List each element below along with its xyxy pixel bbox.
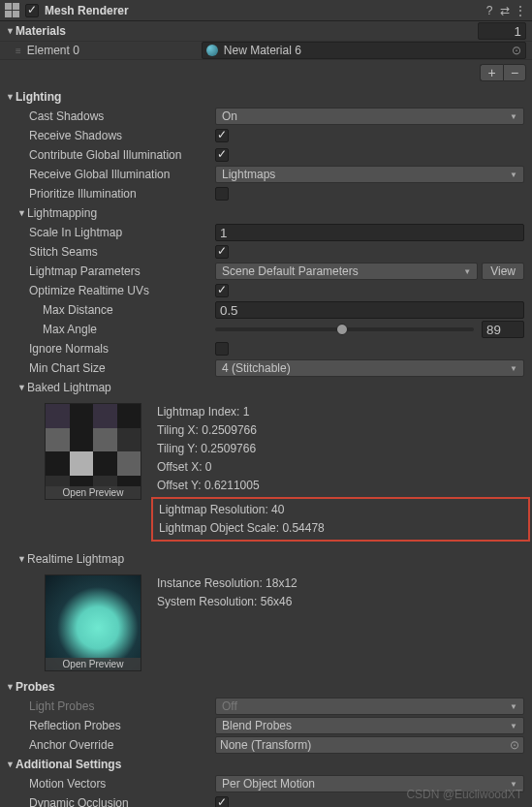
offset-y-text: Offset Y: 0.6211005 (157, 477, 524, 495)
system-resolution-text: System Resolution: 56x46 (157, 593, 524, 611)
stitch-seams-checkbox[interactable] (215, 245, 229, 259)
min-chart-row: Min Chart Size 4 (Stitchable)▼ (0, 358, 532, 378)
baked-lightmap-foldout[interactable]: ▼ Baked Lightmap (0, 378, 532, 397)
probes-label: Probes (16, 680, 55, 694)
material-object-field[interactable]: New Material 6 ⊙ (202, 42, 526, 59)
open-preview-button[interactable]: Open Preview (46, 658, 141, 670)
instance-resolution-text: Instance Resolution: 18x12 (157, 574, 524, 593)
additional-settings-foldout[interactable]: ▼ Additional Settings (0, 755, 532, 774)
prioritize-illum-row: Prioritize Illumination (0, 184, 532, 203)
optimize-uvs-row: Optimize Realtime UVs (0, 281, 532, 300)
chevron-down-icon: ▼ (6, 760, 16, 769)
lightmap-object-scale-text: Lightmap Object Scale: 0.54478 (159, 519, 522, 538)
anchor-override-field[interactable]: None (Transform)⊙ (215, 736, 524, 754)
chevron-down-icon: ▼ (6, 92, 16, 102)
object-picker-icon[interactable]: ⊙ (510, 738, 519, 752)
component-header: Mesh Renderer ? ⇄ ⋮ (0, 0, 532, 21)
materials-list-buttons: + − (0, 60, 532, 87)
baked-lightmap-info: Lightmap Index: 1 Tiling X: 0.2509766 Ti… (157, 403, 524, 543)
probes-foldout[interactable]: ▼ Probes (0, 677, 532, 697)
mesh-renderer-icon (4, 3, 19, 18)
view-params-button[interactable]: View (482, 263, 524, 280)
help-icon[interactable]: ? (482, 4, 497, 17)
optimize-uvs-checkbox[interactable] (215, 284, 229, 297)
baked-lightmap-block: Open Preview Lightmap Index: 1 Tiling X:… (0, 397, 532, 549)
offset-x-text: Offset X: 0 (157, 458, 524, 477)
lightmap-index-text: Lightmap Index: 1 (157, 403, 524, 421)
chevron-down-icon: ▼ (510, 702, 517, 711)
materials-size-field[interactable] (478, 22, 526, 40)
contribute-gi-checkbox[interactable] (215, 148, 229, 162)
chevron-down-icon: ▼ (6, 682, 16, 692)
chevron-down-icon: ▼ (17, 554, 27, 564)
additional-settings-label: Additional Settings (16, 758, 121, 771)
chevron-down-icon: ▼ (6, 26, 16, 36)
material-name: New Material 6 (224, 44, 512, 57)
chevron-down-icon: ▼ (17, 383, 27, 392)
open-preview-button[interactable]: Open Preview (46, 486, 141, 499)
realtime-lightmap-thumbnail[interactable]: Open Preview (45, 574, 141, 671)
material-element-row: ≡ Element 0 New Material 6 ⊙ (0, 41, 532, 60)
ignore-normals-row: Ignore Normals (0, 339, 532, 358)
chevron-down-icon: ▼ (510, 112, 517, 121)
max-distance-row: Max Distance (0, 300, 532, 320)
chevron-down-icon: ▼ (510, 364, 517, 373)
materials-label: Materials (16, 24, 478, 38)
scale-lightmap-row: Scale In Lightmap (0, 223, 532, 242)
ignore-normals-checkbox[interactable] (215, 342, 229, 356)
chevron-down-icon: ▼ (17, 208, 27, 218)
lightmap-params-dropdown[interactable]: Scene Default Parameters▼ (215, 263, 478, 280)
chevron-down-icon: ▼ (463, 267, 471, 276)
dynamic-occlusion-checkbox[interactable] (215, 796, 229, 807)
receive-shadows-checkbox[interactable] (215, 129, 229, 142)
receive-shadows-row: Receive Shadows (0, 126, 532, 145)
baked-lightmap-label: Baked Lightmap (27, 381, 111, 394)
reflection-probes-row: Reflection Probes Blend Probes▼ (0, 716, 532, 735)
light-probes-dropdown[interactable]: Off▼ (215, 698, 524, 715)
chevron-down-icon: ▼ (510, 171, 517, 179)
scale-lightmap-field[interactable] (215, 224, 524, 241)
menu-icon[interactable]: ⋮ (513, 4, 528, 17)
max-angle-slider[interactable] (215, 327, 474, 331)
realtime-lightmap-foldout[interactable]: ▼ Realtime Lightmap (0, 549, 532, 569)
min-chart-dropdown[interactable]: 4 (Stitchable)▼ (215, 359, 524, 377)
component-title: Mesh Renderer (45, 4, 482, 17)
element-label: Element 0 (27, 44, 202, 57)
preset-icon[interactable]: ⇄ (497, 4, 513, 17)
max-angle-row: Max Angle (0, 320, 532, 339)
highlight-box: Lightmap Resolution: 40 Lightmap Object … (151, 497, 530, 542)
max-angle-field[interactable] (482, 321, 524, 338)
reflection-probes-dropdown[interactable]: Blend Probes▼ (215, 717, 524, 734)
baked-lightmap-thumbnail[interactable]: Open Preview (45, 403, 141, 500)
cast-shadows-row: Cast Shadows On▼ (0, 107, 532, 126)
tiling-x-text: Tiling X: 0.2509766 (157, 421, 524, 440)
light-probes-row: Light Probes Off▼ (0, 697, 532, 716)
materials-foldout[interactable]: ▼ Materials (0, 21, 532, 41)
cast-shadows-dropdown[interactable]: On▼ (215, 108, 524, 125)
remove-material-button[interactable]: − (503, 64, 526, 81)
add-material-button[interactable]: + (480, 64, 503, 81)
tiling-y-text: Tiling Y: 0.2509766 (157, 440, 524, 458)
lighting-foldout[interactable]: ▼ Lighting (0, 87, 532, 107)
chevron-down-icon: ▼ (510, 722, 517, 730)
lightmap-resolution-text: Lightmap Resolution: 40 (159, 501, 522, 519)
receive-gi-dropdown[interactable]: Lightmaps▼ (215, 166, 524, 183)
lightmapping-label: Lightmapping (27, 206, 97, 220)
realtime-lightmap-block: Open Preview Instance Resolution: 18x12 … (0, 569, 532, 677)
anchor-override-row: Anchor Override None (Transform)⊙ (0, 735, 532, 755)
drag-handle-icon[interactable]: ≡ (16, 46, 19, 56)
prioritize-illum-checkbox[interactable] (215, 187, 229, 201)
lightmapping-foldout[interactable]: ▼ Lightmapping (0, 203, 532, 223)
receive-gi-row: Receive Global Illumination Lightmaps▼ (0, 165, 532, 184)
object-picker-icon[interactable]: ⊙ (512, 44, 521, 57)
lighting-label: Lighting (16, 90, 61, 104)
watermark-text: CSDN @EucliwoodXT (406, 788, 522, 801)
max-distance-field[interactable] (215, 301, 524, 319)
stitch-seams-row: Stitch Seams (0, 242, 532, 262)
lightmap-params-row: Lightmap Parameters Scene Default Parame… (0, 262, 532, 281)
component-enabled-checkbox[interactable] (25, 4, 39, 17)
material-sphere-icon (206, 45, 218, 56)
realtime-lightmap-info: Instance Resolution: 18x12 System Resolu… (157, 574, 524, 671)
contribute-gi-row: Contribute Global Illumination (0, 145, 532, 165)
realtime-lightmap-label: Realtime Lightmap (27, 552, 124, 566)
